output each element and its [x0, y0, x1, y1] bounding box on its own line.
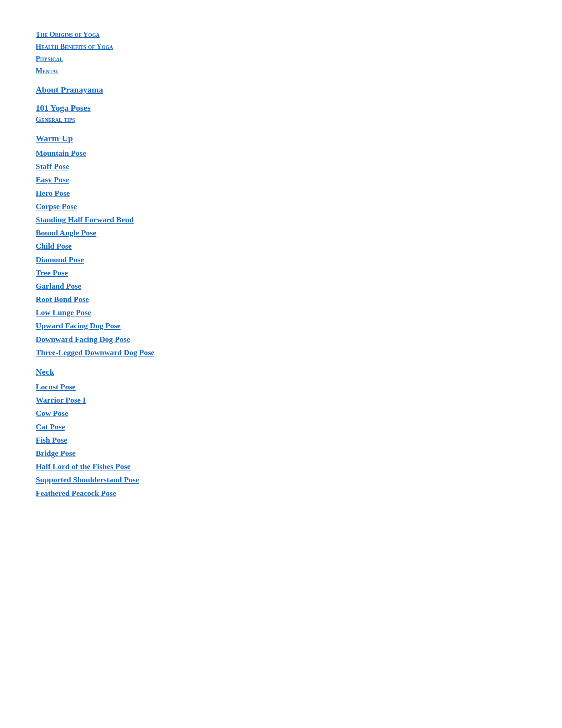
mountain-pose-link[interactable]: Mountain Pose: [36, 147, 526, 159]
supported-shoulderstand-link[interactable]: Supported Shoulderstand Pose: [36, 473, 526, 486]
child-pose-link[interactable]: Child Pose: [36, 240, 526, 252]
table-of-contents: The Origins of Yoga Health Benefits of Y…: [36, 29, 526, 499]
warrior-pose-i-link[interactable]: Warrior Pose I: [36, 394, 526, 406]
low-lunge-pose-link[interactable]: Low Lunge Pose: [36, 306, 526, 319]
upward-facing-dog-link[interactable]: Upward Facing Dog Pose: [36, 319, 526, 332]
origins-link[interactable]: The Origins of Yoga: [36, 29, 526, 40]
physical-link[interactable]: Physical: [36, 53, 526, 64]
standing-half-forward-bend-link[interactable]: Standing Half Forward Bend: [36, 213, 526, 226]
locust-pose-link[interactable]: Locust Pose: [36, 380, 526, 393]
feathered-peacock-link[interactable]: Feathered Peacock Pose: [36, 487, 526, 499]
cat-pose-link[interactable]: Cat Pose: [36, 420, 526, 433]
neck-poses-group: Locust Pose Warrior Pose I Cow Pose Cat …: [36, 380, 526, 499]
easy-pose-link[interactable]: Easy Pose: [36, 173, 526, 186]
yoga-poses-group: 101 Yoga Poses General tips: [36, 103, 526, 125]
health-benefits-link[interactable]: Health Benefits of Yoga: [36, 41, 526, 52]
bridge-pose-link[interactable]: Bridge Pose: [36, 447, 526, 459]
neck-header-link[interactable]: Neck: [36, 367, 526, 377]
bound-angle-pose-link[interactable]: Bound Angle Pose: [36, 226, 526, 239]
diamond-pose-link[interactable]: Diamond Pose: [36, 253, 526, 266]
neck-group: Neck: [36, 367, 526, 377]
root-bond-pose-link[interactable]: Root Bond Pose: [36, 293, 526, 305]
garland-pose-link[interactable]: Garland Pose: [36, 280, 526, 292]
warmup-group: Warm-Up: [36, 134, 526, 143]
staff-pose-link[interactable]: Staff Pose: [36, 160, 526, 173]
hero-pose-link[interactable]: Hero Pose: [36, 187, 526, 199]
three-legged-dog-link[interactable]: Three-Legged Downward Dog Pose: [36, 346, 526, 359]
cow-pose-link[interactable]: Cow Pose: [36, 407, 526, 419]
pranayama-link[interactable]: About Pranayama: [36, 85, 526, 95]
fish-pose-link[interactable]: Fish Pose: [36, 434, 526, 446]
corpse-pose-link[interactable]: Corpse Pose: [36, 200, 526, 213]
half-lord-fishes-link[interactable]: Half Lord of the Fishes Pose: [36, 460, 526, 473]
top-links-group: The Origins of Yoga Health Benefits of Y…: [36, 29, 526, 76]
downward-facing-dog-link[interactable]: Downward Facing Dog Pose: [36, 333, 526, 345]
tree-pose-link[interactable]: Tree Pose: [36, 266, 526, 279]
warmup-header-link[interactable]: Warm-Up: [36, 134, 526, 143]
general-tips-link[interactable]: General tips: [36, 114, 526, 125]
mental-link[interactable]: Mental: [36, 65, 526, 76]
yoga-poses-header-link[interactable]: 101 Yoga Poses: [36, 103, 526, 113]
pranayama-group: About Pranayama: [36, 85, 526, 95]
warmup-poses-group: Mountain Pose Staff Pose Easy Pose Hero …: [36, 147, 526, 359]
